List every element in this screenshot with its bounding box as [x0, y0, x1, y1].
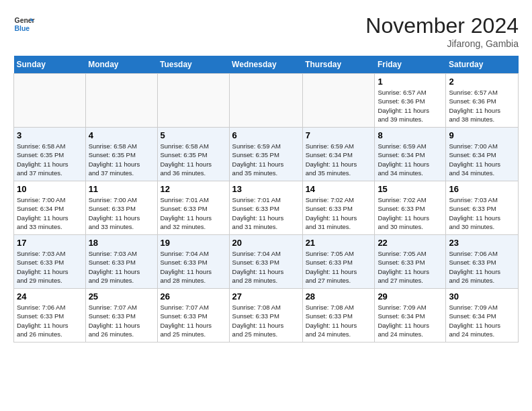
calendar-day: 16Sunrise: 7:03 AM Sunset: 6:33 PM Dayli…: [446, 181, 519, 235]
day-number: 14: [306, 184, 372, 194]
day-number: 24: [17, 291, 83, 302]
day-number: 23: [449, 238, 515, 248]
day-info: Sunrise: 6:59 AM Sunset: 6:34 PM Dayligh…: [306, 142, 372, 177]
day-info: Sunrise: 7:06 AM Sunset: 6:33 PM Dayligh…: [449, 249, 515, 285]
calendar-day: 25Sunrise: 7:07 AM Sunset: 6:33 PM Dayli…: [85, 289, 157, 342]
calendar-day: 3Sunrise: 6:58 AM Sunset: 6:35 PM Daylig…: [14, 128, 86, 181]
day-info: Sunrise: 7:02 AM Sunset: 6:33 PM Dayligh…: [306, 195, 372, 231]
calendar-day: 17Sunrise: 7:03 AM Sunset: 6:33 PM Dayli…: [14, 235, 86, 289]
day-number: 27: [232, 291, 300, 302]
calendar-day: 19Sunrise: 7:04 AM Sunset: 6:33 PM Dayli…: [157, 235, 229, 289]
calendar-day: 24Sunrise: 7:06 AM Sunset: 6:33 PM Dayli…: [14, 289, 86, 342]
day-number: 17: [17, 238, 83, 248]
day-info: Sunrise: 7:03 AM Sunset: 6:33 PM Dayligh…: [89, 249, 154, 285]
day-info: Sunrise: 6:58 AM Sunset: 6:35 PM Dayligh…: [17, 142, 83, 177]
day-info: Sunrise: 7:04 AM Sunset: 6:33 PM Dayligh…: [232, 249, 300, 285]
day-number: 7: [306, 130, 372, 140]
day-info: Sunrise: 7:05 AM Sunset: 6:33 PM Dayligh…: [306, 249, 372, 285]
weekday-header-saturday: Saturday: [446, 56, 519, 74]
weekday-header-sunday: Sunday: [14, 56, 86, 74]
calendar-day: [14, 74, 86, 128]
weekday-header-tuesday: Tuesday: [157, 56, 229, 74]
svg-text:Blue: Blue: [15, 25, 30, 32]
day-number: 9: [449, 130, 515, 140]
weekday-header-thursday: Thursday: [302, 56, 375, 74]
day-info: Sunrise: 6:59 AM Sunset: 6:35 PM Dayligh…: [232, 142, 300, 177]
day-number: 4: [89, 130, 154, 140]
calendar-day: [229, 74, 302, 128]
day-number: 26: [161, 291, 226, 302]
calendar-day: 29Sunrise: 7:09 AM Sunset: 6:34 PM Dayli…: [375, 289, 446, 342]
day-info: Sunrise: 7:01 AM Sunset: 6:33 PM Dayligh…: [161, 195, 226, 231]
day-info: Sunrise: 7:05 AM Sunset: 6:33 PM Dayligh…: [378, 249, 443, 285]
day-number: 8: [378, 130, 443, 140]
calendar-day: 13Sunrise: 7:01 AM Sunset: 6:33 PM Dayli…: [229, 181, 302, 235]
day-number: 10: [17, 184, 83, 194]
day-info: Sunrise: 7:08 AM Sunset: 6:33 PM Dayligh…: [232, 303, 300, 338]
day-info: Sunrise: 7:00 AM Sunset: 6:34 PM Dayligh…: [449, 142, 515, 177]
calendar-day: 7Sunrise: 6:59 AM Sunset: 6:34 PM Daylig…: [302, 128, 375, 181]
day-info: Sunrise: 7:00 AM Sunset: 6:34 PM Dayligh…: [17, 195, 83, 231]
calendar-day: 4Sunrise: 6:58 AM Sunset: 6:35 PM Daylig…: [85, 128, 157, 181]
day-info: Sunrise: 6:57 AM Sunset: 6:36 PM Dayligh…: [378, 88, 443, 124]
day-number: 6: [232, 130, 300, 140]
day-info: Sunrise: 7:03 AM Sunset: 6:33 PM Dayligh…: [17, 249, 83, 285]
day-info: Sunrise: 7:02 AM Sunset: 6:33 PM Dayligh…: [378, 195, 443, 231]
day-info: Sunrise: 7:07 AM Sunset: 6:33 PM Dayligh…: [161, 303, 226, 338]
calendar-table: SundayMondayTuesdayWednesdayThursdayFrid…: [13, 56, 519, 342]
day-number: 1: [378, 77, 443, 87]
calendar-day: 14Sunrise: 7:02 AM Sunset: 6:33 PM Dayli…: [302, 181, 375, 235]
day-number: 3: [17, 130, 83, 140]
month-title: November 2024: [365, 13, 519, 38]
day-info: Sunrise: 6:58 AM Sunset: 6:35 PM Dayligh…: [89, 142, 154, 177]
day-number: 20: [232, 238, 300, 248]
day-info: Sunrise: 7:00 AM Sunset: 6:33 PM Dayligh…: [89, 195, 154, 231]
day-number: 21: [306, 238, 372, 248]
weekday-header-friday: Friday: [375, 56, 446, 74]
day-number: 5: [161, 130, 226, 140]
calendar-day: 1Sunrise: 6:57 AM Sunset: 6:36 PM Daylig…: [375, 74, 446, 128]
calendar-day: 12Sunrise: 7:01 AM Sunset: 6:33 PM Dayli…: [157, 181, 229, 235]
day-number: 2: [449, 77, 515, 87]
calendar-day: 20Sunrise: 7:04 AM Sunset: 6:33 PM Dayli…: [229, 235, 302, 289]
day-info: Sunrise: 7:07 AM Sunset: 6:33 PM Dayligh…: [89, 303, 154, 338]
calendar-day: 10Sunrise: 7:00 AM Sunset: 6:34 PM Dayli…: [14, 181, 86, 235]
weekday-header-monday: Monday: [85, 56, 157, 74]
calendar-week-4: 17Sunrise: 7:03 AM Sunset: 6:33 PM Dayli…: [14, 235, 519, 289]
day-number: 13: [232, 184, 300, 194]
day-info: Sunrise: 6:57 AM Sunset: 6:36 PM Dayligh…: [449, 88, 515, 124]
logo: General Blue: [13, 13, 35, 35]
calendar-day: 8Sunrise: 6:59 AM Sunset: 6:34 PM Daylig…: [375, 128, 446, 181]
day-number: 25: [89, 291, 154, 302]
calendar-day: 18Sunrise: 7:03 AM Sunset: 6:33 PM Dayli…: [85, 235, 157, 289]
day-info: Sunrise: 7:08 AM Sunset: 6:33 PM Dayligh…: [306, 303, 372, 338]
calendar-day: 21Sunrise: 7:05 AM Sunset: 6:33 PM Dayli…: [302, 235, 375, 289]
day-number: 16: [449, 184, 515, 194]
day-info: Sunrise: 6:58 AM Sunset: 6:35 PM Dayligh…: [161, 142, 226, 177]
location-subtitle: Jifarong, Gambia: [365, 38, 519, 49]
day-info: Sunrise: 7:03 AM Sunset: 6:33 PM Dayligh…: [449, 195, 515, 231]
calendar-day: 5Sunrise: 6:58 AM Sunset: 6:35 PM Daylig…: [157, 128, 229, 181]
day-number: 29: [378, 291, 443, 302]
calendar-day: [302, 74, 375, 128]
day-number: 12: [161, 184, 226, 194]
day-info: Sunrise: 7:09 AM Sunset: 6:34 PM Dayligh…: [449, 303, 515, 338]
day-number: 28: [306, 291, 372, 302]
title-block: November 2024 Jifarong, Gambia: [365, 13, 519, 49]
page-header: General Blue November 2024 Jifarong, Gam…: [13, 13, 519, 49]
day-info: Sunrise: 6:59 AM Sunset: 6:34 PM Dayligh…: [378, 142, 443, 177]
calendar-week-2: 3Sunrise: 6:58 AM Sunset: 6:35 PM Daylig…: [14, 128, 519, 181]
calendar-day: 9Sunrise: 7:00 AM Sunset: 6:34 PM Daylig…: [446, 128, 519, 181]
calendar-day: 28Sunrise: 7:08 AM Sunset: 6:33 PM Dayli…: [302, 289, 375, 342]
calendar-day: 22Sunrise: 7:05 AM Sunset: 6:33 PM Dayli…: [375, 235, 446, 289]
day-info: Sunrise: 7:01 AM Sunset: 6:33 PM Dayligh…: [232, 195, 300, 231]
calendar-day: 2Sunrise: 6:57 AM Sunset: 6:36 PM Daylig…: [446, 74, 519, 128]
weekday-header-wednesday: Wednesday: [229, 56, 302, 74]
day-number: 18: [89, 238, 154, 248]
day-info: Sunrise: 7:04 AM Sunset: 6:33 PM Dayligh…: [161, 249, 226, 285]
calendar-day: 11Sunrise: 7:00 AM Sunset: 6:33 PM Dayli…: [85, 181, 157, 235]
calendar-week-3: 10Sunrise: 7:00 AM Sunset: 6:34 PM Dayli…: [14, 181, 519, 235]
calendar-week-5: 24Sunrise: 7:06 AM Sunset: 6:33 PM Dayli…: [14, 289, 519, 342]
calendar-day: 27Sunrise: 7:08 AM Sunset: 6:33 PM Dayli…: [229, 289, 302, 342]
calendar-day: 26Sunrise: 7:07 AM Sunset: 6:33 PM Dayli…: [157, 289, 229, 342]
